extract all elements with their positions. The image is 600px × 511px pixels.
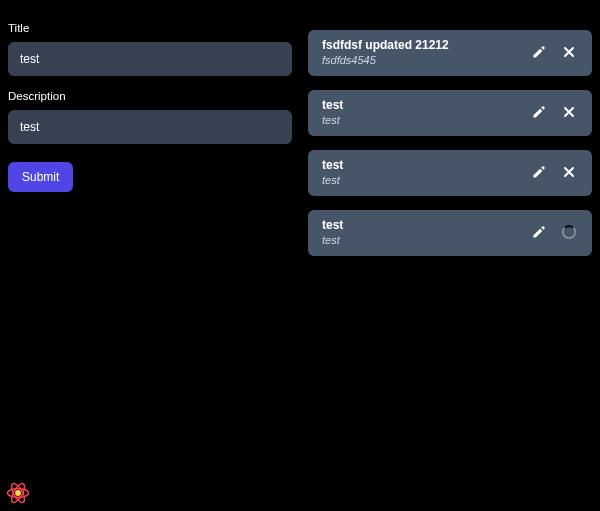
form-column: Title Description Submit bbox=[8, 8, 292, 503]
list-item-text: fsdfdsf updated 21212fsdfds4545 bbox=[322, 38, 518, 66]
loading-indicator bbox=[560, 223, 578, 241]
list-item-description: test bbox=[322, 114, 518, 126]
list-item-text: testtest bbox=[322, 98, 518, 126]
list-item-title: test bbox=[322, 158, 518, 172]
edit-button[interactable] bbox=[530, 223, 548, 241]
description-input[interactable] bbox=[8, 110, 292, 144]
pencil-icon bbox=[531, 224, 547, 240]
svg-point-3 bbox=[15, 490, 21, 496]
react-query-icon bbox=[6, 481, 30, 505]
list-item: testtest bbox=[308, 150, 592, 196]
list-item-text: testtest bbox=[322, 218, 518, 246]
description-label: Description bbox=[8, 90, 292, 102]
pencil-icon bbox=[531, 164, 547, 180]
list-item-text: testtest bbox=[322, 158, 518, 186]
edit-button[interactable] bbox=[530, 103, 548, 121]
submit-button[interactable]: Submit bbox=[8, 162, 73, 192]
list-item: testtest bbox=[308, 90, 592, 136]
list-item-title: test bbox=[322, 98, 518, 112]
list-item-title: test bbox=[322, 218, 518, 232]
close-icon bbox=[561, 44, 577, 60]
list-item: testtest bbox=[308, 210, 592, 256]
delete-button[interactable] bbox=[560, 43, 578, 61]
items-list: fsdfdsf updated 21212fsdfds4545testtestt… bbox=[308, 8, 592, 503]
spinner-icon bbox=[562, 225, 576, 239]
edit-button[interactable] bbox=[530, 43, 548, 61]
close-icon bbox=[561, 104, 577, 120]
list-item-description: test bbox=[322, 234, 518, 246]
app-root: Title Description Submit fsdfdsf updated… bbox=[0, 0, 600, 511]
pencil-icon bbox=[531, 44, 547, 60]
edit-button[interactable] bbox=[530, 163, 548, 181]
list-item-description: fsdfds4545 bbox=[322, 54, 518, 66]
list-item-description: test bbox=[322, 174, 518, 186]
list-item-title: fsdfdsf updated 21212 bbox=[322, 38, 518, 52]
delete-button[interactable] bbox=[560, 163, 578, 181]
pencil-icon bbox=[531, 104, 547, 120]
title-input[interactable] bbox=[8, 42, 292, 76]
list-item: fsdfdsf updated 21212fsdfds4545 bbox=[308, 30, 592, 76]
delete-button[interactable] bbox=[560, 103, 578, 121]
react-query-devtools-button[interactable] bbox=[6, 481, 30, 505]
close-icon bbox=[561, 164, 577, 180]
title-label: Title bbox=[8, 22, 292, 34]
